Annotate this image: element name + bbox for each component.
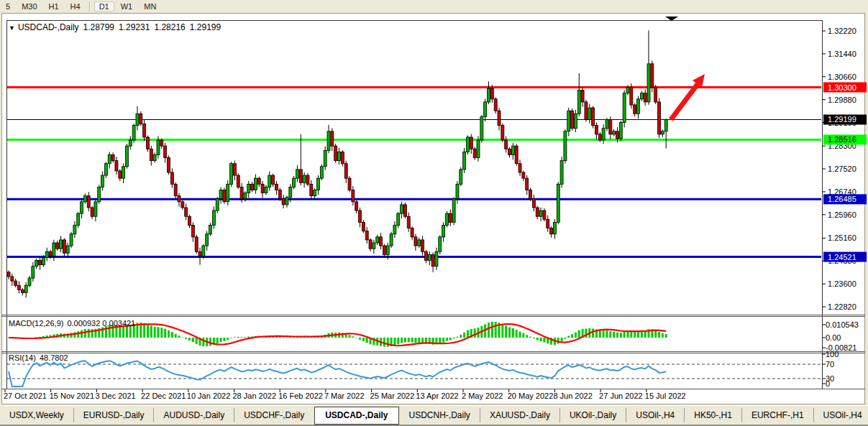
candle-bear (87, 196, 90, 208)
macd-values: 0.000932 0.003421 (67, 319, 135, 328)
candle-bear (63, 240, 65, 253)
tab-usdcnh-daily[interactable]: USDCNH-,Daily (400, 408, 480, 422)
tab-usoil-h4-2[interactable]: USOil-,H4 (813, 408, 868, 422)
candle-bull (606, 119, 608, 128)
candle-bear (257, 178, 260, 184)
candle-bull (439, 237, 442, 251)
macd-histogram-bar (474, 328, 476, 338)
candle-bear (644, 93, 647, 102)
candle-bear (581, 91, 584, 102)
candle-bull (52, 243, 55, 256)
macd-histogram-bar (227, 338, 229, 340)
candle-bear (188, 216, 191, 225)
candle-bull (418, 240, 421, 246)
candle-bull (636, 99, 639, 114)
macd-histogram-bar (178, 335, 181, 338)
macd-histogram-bar (285, 338, 288, 338)
macd-histogram-bar (599, 330, 601, 338)
tab-xauusd-daily[interactable]: XAUUSD-,Daily (480, 408, 559, 422)
candle-bull (661, 131, 664, 134)
candle-bull (445, 213, 448, 225)
candle-bull (376, 237, 379, 243)
price-chart-canvas[interactable]: 1.322201.314401.306601.298801.291001.283… (0, 0, 868, 426)
macd-histogram-bar (529, 337, 531, 338)
candle-bull (452, 199, 455, 223)
tab-ukoil-daily[interactable]: UKOil-,Daily (559, 408, 626, 422)
trend-arrow-shaft[interactable] (671, 84, 698, 119)
candle-bear (411, 228, 414, 237)
tab-eurchf-h1[interactable]: EURCHF-,H1 (741, 408, 813, 422)
tab-usdcad-daily[interactable]: USDCAD-,Daily (314, 407, 398, 425)
candle-bear (470, 137, 472, 149)
candle-bull (254, 178, 257, 190)
tab-usdchf-daily[interactable]: USDCHF-,Daily (234, 408, 314, 422)
annotations[interactable] (665, 17, 705, 119)
macd-histogram-bar (456, 337, 458, 338)
tab-usdx-weekly[interactable]: USDX,Weekly (0, 408, 73, 422)
macd-histogram-bar (508, 328, 511, 338)
candle-bull (314, 190, 316, 195)
macd-histogram-bar (439, 338, 441, 343)
candle-bull (553, 222, 556, 233)
candle-bear (362, 222, 365, 231)
macd-scale-label: 0.00 (826, 333, 841, 342)
macd-name: MACD(12,26,9) (9, 319, 63, 328)
candle-bull (104, 164, 107, 175)
candle-bull (132, 126, 135, 140)
candle-bear (449, 213, 452, 222)
candle-bull (484, 102, 487, 116)
candle-bear (595, 126, 598, 134)
tab-audusd-daily[interactable]: AUDUSD-,Daily (153, 408, 234, 422)
macd-histogram-bar (192, 338, 194, 342)
candle-bull (81, 202, 83, 213)
candle-bull (386, 246, 389, 254)
date-tick-label: 27 Jun 2022 (599, 392, 643, 400)
candle-bear (150, 149, 152, 160)
price-tick-label: 1.25160 (828, 233, 856, 242)
price-tick-label: 1.32220 (828, 27, 856, 35)
tab-hk50-h1[interactable]: HK50-,H1 (684, 408, 741, 422)
candle-bear (490, 89, 493, 99)
candle-bull (83, 196, 86, 202)
macd-histogram-bar (449, 338, 452, 340)
candle-bear (348, 178, 351, 190)
candle-bull (136, 114, 139, 125)
price-tick-label: 1.23600 (828, 279, 856, 288)
candle-bear (240, 187, 243, 198)
candle-bear (237, 175, 239, 187)
candle-bull (125, 146, 128, 167)
macd-histogram-bar (561, 338, 563, 342)
tab-eurusd-daily[interactable]: EURUSD-,Daily (73, 408, 154, 422)
candle-bear (143, 124, 146, 137)
candle-bear (414, 237, 417, 246)
macd-histogram-bar (188, 338, 191, 341)
macd-histogram-bar (164, 329, 166, 338)
mt4-terminal: { "toolbar": { "timeframes": ["5","M30",… (0, 0, 868, 426)
candle-bear (494, 99, 497, 111)
price-badge-1.24521: 1.24521 (823, 252, 867, 262)
macd-histogram-bar (352, 336, 354, 338)
candle-bear (14, 281, 17, 285)
candle-bear (164, 146, 167, 157)
candle-bull (42, 257, 45, 264)
candle-bull (303, 175, 306, 182)
candle-bull (397, 213, 400, 225)
tab-usoil-h4[interactable]: USOil-,H4 (626, 408, 684, 422)
macd-histogram-bar (349, 335, 351, 338)
candle-bear (146, 137, 149, 149)
candle-bear (383, 246, 385, 254)
macd-histogram-bar (575, 333, 577, 338)
candle-bear (174, 184, 177, 195)
candle-bear (431, 254, 434, 266)
date-tick-label: 25 Mar 2022 (370, 392, 415, 400)
macd-histogram-bar (185, 338, 187, 339)
candle-bear (505, 140, 508, 149)
date-tick-label: 13 Apr 2022 (416, 392, 458, 400)
date-tick-label: 15 Jul 2022 (645, 392, 686, 400)
date-tick-label: 2 May 2022 (462, 392, 503, 400)
candle-bull (480, 116, 483, 140)
macd-histogram-bar (526, 335, 528, 338)
candle-bear (403, 205, 406, 216)
chevron-down-icon[interactable]: ▼ (9, 24, 15, 32)
horizontal-level-lines[interactable] (7, 88, 821, 257)
